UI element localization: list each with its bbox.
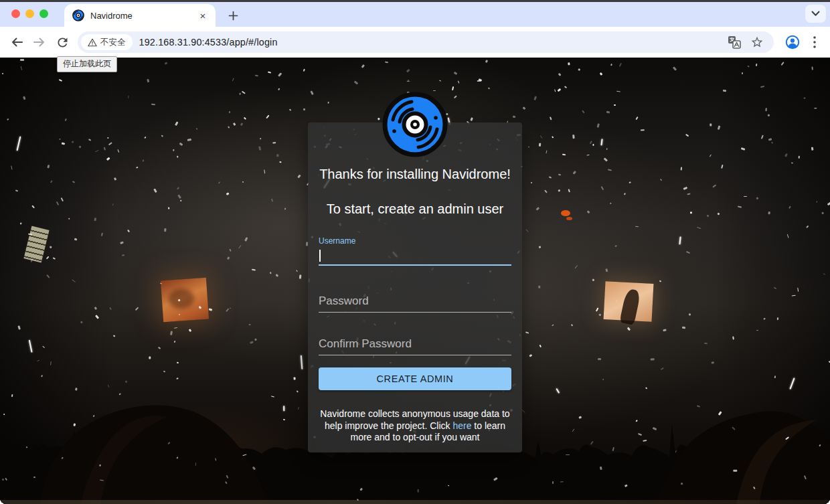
minimize-window-button[interactable]	[25, 9, 34, 18]
forward-button[interactable]	[28, 31, 51, 54]
bookmark-button[interactable]	[750, 35, 764, 50]
address-bar[interactable]: 不安全 192.168.31.90:4533/app/#/login	[78, 31, 774, 53]
welcome-subtitle: To start, create an admin user	[319, 201, 511, 217]
username-field: Username	[319, 236, 511, 266]
bottom-light-strip	[0, 500, 830, 504]
star-icon	[750, 35, 764, 49]
close-window-button[interactable]	[11, 9, 20, 18]
create-admin-button[interactable]: CREATE ADMIN	[319, 367, 511, 390]
tab-close-icon[interactable]: ×	[197, 9, 209, 21]
browser-toolbar: 不安全 192.168.31.90:4533/app/#/login	[0, 27, 830, 58]
username-label: Username	[319, 236, 511, 246]
tab-search-button[interactable]	[805, 5, 826, 23]
security-chip-label: 不安全	[100, 37, 126, 48]
new-tab-button[interactable]	[224, 6, 242, 25]
url-text[interactable]: 192.168.31.90:4533/app/#/login	[139, 37, 278, 48]
back-arrow-icon	[9, 35, 24, 50]
username-input[interactable]	[319, 246, 511, 266]
tab-title: Navidrome	[90, 11, 197, 21]
browser-menu-button[interactable]	[805, 30, 825, 54]
back-button[interactable]	[5, 31, 28, 54]
text-caret	[319, 250, 321, 262]
tab-strip: Navidrome ×	[0, 2, 830, 27]
tab-navidrome[interactable]: Navidrome ×	[64, 4, 216, 27]
translate-icon	[728, 35, 741, 49]
profile-button[interactable]	[780, 30, 805, 54]
create-admin-card: Thanks for installing Navidrome! To star…	[308, 122, 522, 452]
password-field	[319, 290, 511, 313]
window-controls	[11, 9, 48, 18]
welcome-title: Thanks for installing Navidrome!	[319, 167, 511, 182]
chevron-down-icon	[811, 11, 820, 17]
usage-data-notice: Navidrome collects anonymous usage data …	[319, 408, 511, 444]
warning-triangle-icon	[88, 38, 97, 47]
zoom-window-button[interactable]	[39, 9, 48, 18]
translate-button[interactable]	[727, 35, 742, 50]
stop-loading-tooltip: 停止加载此页	[57, 56, 117, 72]
reload-icon	[56, 35, 70, 50]
confirm-password-input[interactable]	[319, 333, 511, 355]
confirm-password-field	[319, 333, 511, 355]
navidrome-favicon-icon	[72, 9, 84, 21]
plus-icon	[228, 11, 238, 21]
security-chip[interactable]: 不安全	[81, 34, 133, 50]
forward-arrow-icon	[32, 35, 47, 50]
profile-avatar-icon	[784, 34, 801, 50]
three-dot-menu-icon	[813, 36, 816, 48]
password-input[interactable]	[319, 290, 511, 313]
page-content: Thanks for installing Navidrome! To star…	[0, 58, 830, 504]
navidrome-logo-icon	[382, 91, 448, 158]
learn-more-link[interactable]: here	[452, 420, 471, 431]
browser-window: Navidrome ×	[0, 0, 830, 504]
reload-button[interactable]	[51, 31, 74, 54]
